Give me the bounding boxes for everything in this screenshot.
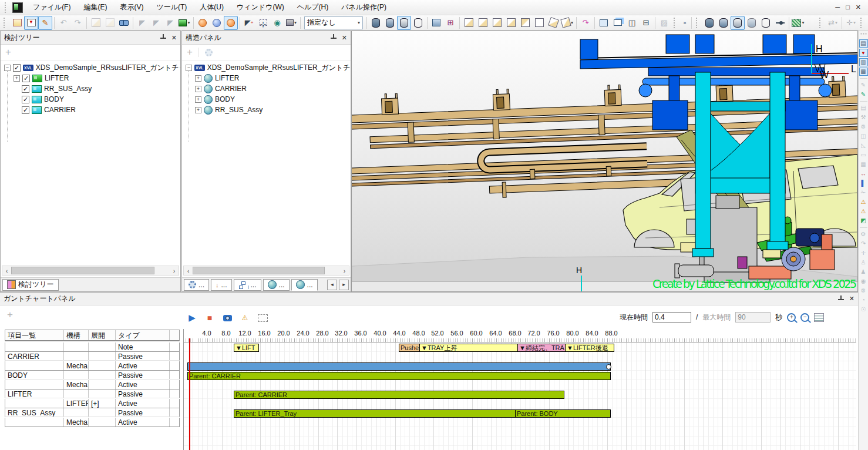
- view-top-button[interactable]: [518, 16, 532, 30]
- gantt-bar-rrsus-tray[interactable]: Parent: LIFTER_Tray: [234, 409, 517, 418]
- max-time-input[interactable]: [735, 312, 771, 323]
- warning-rail-button[interactable]: ⚠: [859, 198, 868, 206]
- dimension-rail-button[interactable]: ↔: [859, 170, 868, 178]
- panel-layout-rail-button[interactable]: ▤: [859, 39, 868, 48]
- select-mode-button[interactable]: ▾: [177, 16, 191, 30]
- note-marker[interactable]: Pushe: [399, 344, 421, 352]
- close-panel-icon[interactable]: ✕: [849, 295, 854, 303]
- view-bottom-button[interactable]: [532, 16, 546, 30]
- gantt-bar-lifter-passive[interactable]: Parent: CARRIER: [234, 391, 564, 399]
- table-row[interactable]: Mecha... Active: [5, 418, 180, 427]
- grab-rail-button[interactable]: ◉: [859, 277, 868, 286]
- tree-item-label[interactable]: RR_SUS_Assy: [44, 85, 92, 93]
- marquee-zoom-button[interactable]: ⊹: [256, 16, 270, 30]
- expand-icon[interactable]: +: [195, 75, 201, 82]
- time-cursor[interactable]: [189, 338, 190, 450]
- tree-item-label[interactable]: LIFTER: [215, 74, 239, 82]
- expand-icon[interactable]: +: [195, 107, 201, 113]
- view-back-button[interactable]: [476, 16, 490, 30]
- edit-note-button[interactable]: ✎: [38, 16, 52, 30]
- tree-row[interactable]: − XVL XDS_DemoSample_RRsusLIFTER_ガントチャート: [186, 62, 351, 73]
- tree-row[interactable]: + ✓ LIFTER: [14, 73, 69, 83]
- grid-visibility-button[interactable]: ⊞: [443, 16, 457, 30]
- table-row[interactable]: BODY Passive: [5, 370, 180, 380]
- timer-rail-button[interactable]: ◔: [859, 296, 868, 304]
- tree-row[interactable]: ✓ RR_SUS_Assy: [22, 83, 92, 94]
- column-header-items[interactable]: 項目一覧: [5, 330, 64, 340]
- tab-hierarchy[interactable]: ...: [234, 279, 261, 291]
- fit-view-button[interactable]: [597, 16, 611, 30]
- toolbar-grip[interactable]: [4, 18, 8, 28]
- toolbar-grip-3[interactable]: [696, 18, 700, 28]
- env-shading-hidden-button[interactable]: [745, 16, 759, 30]
- tree-item-label[interactable]: BODY: [44, 95, 64, 103]
- projection-button[interactable]: [429, 16, 443, 30]
- gantt-bar-body-passive[interactable]: Parent: CARRIER: [187, 372, 611, 380]
- tree-row[interactable]: ✓ BODY: [22, 94, 64, 105]
- human-pick-rail-button[interactable]: ♟: [859, 268, 868, 276]
- split-horizontal-button[interactable]: ⊟: [639, 16, 653, 30]
- gantt-chart[interactable]: 4.0 8.0 12.0 16.0 20.0 24.0 28.0 32.0 36…: [183, 329, 856, 450]
- toolbar-grip-5[interactable]: [860, 18, 864, 28]
- section-hatch-button[interactable]: ▾: [791, 16, 805, 30]
- tree-row[interactable]: ✓ CARRIER: [22, 105, 76, 115]
- point-snap-button[interactable]: [196, 16, 210, 30]
- env-shading-smooth-button[interactable]: [702, 16, 716, 30]
- column-header-mechanism[interactable]: 機構: [64, 330, 89, 340]
- table-rail-button[interactable]: ▤: [859, 104, 868, 112]
- view-right-button[interactable]: [504, 16, 518, 30]
- scroll-left-icon[interactable]: ‹: [184, 267, 193, 274]
- tab-scroll-left[interactable]: ◂: [327, 280, 337, 290]
- redo-button[interactable]: ↷: [70, 16, 85, 30]
- shading-smooth-button[interactable]: [369, 16, 383, 30]
- gantt-options-icon[interactable]: [814, 313, 824, 322]
- tab-env-2[interactable]: ...: [291, 279, 318, 291]
- measure-diagonal-rail-button[interactable]: ◺: [859, 142, 868, 150]
- midpoint-snap-button[interactable]: [210, 16, 224, 30]
- cascade-windows-button[interactable]: [611, 16, 625, 30]
- tree-panel-toggle-button[interactable]: ▼: [24, 16, 38, 30]
- stop-button[interactable]: ■: [203, 312, 217, 324]
- view-front-button[interactable]: [462, 16, 476, 30]
- table-row[interactable]: LIFTER Passive: [5, 389, 180, 398]
- center-snap-button[interactable]: [224, 16, 238, 30]
- gantt-bar-rrsus-body[interactable]: Parent: BODY: [515, 409, 611, 418]
- toolbar-grip-2[interactable]: [674, 18, 678, 28]
- structure-rail-button[interactable]: ▦: [859, 68, 868, 76]
- shading-flat-button[interactable]: [383, 16, 397, 30]
- env-shading-wire-button[interactable]: [759, 16, 773, 30]
- robot-rail-button[interactable]: ⚙: [859, 287, 868, 295]
- human-rail-button[interactable]: ♙: [859, 258, 868, 267]
- find-button[interactable]: [117, 16, 131, 30]
- collapse-icon[interactable]: −: [186, 65, 192, 71]
- distribute-button[interactable]: ⇄▾: [826, 16, 840, 30]
- tree-item-label[interactable]: CARRIER: [44, 106, 76, 114]
- toolbar-grip-4[interactable]: [819, 18, 823, 28]
- table-row[interactable]: RR_SUS_Assy Passive: [5, 408, 180, 417]
- walkthrough-button[interactable]: ↷: [578, 16, 593, 30]
- bookshelf-rail-button[interactable]: ▌: [859, 179, 868, 187]
- shading-wireframe-button[interactable]: [411, 16, 425, 30]
- copy-layers-rail-button[interactable]: ◫: [859, 132, 868, 140]
- expand-icon[interactable]: +: [14, 75, 20, 82]
- menu-human[interactable]: 人体(U): [193, 0, 230, 15]
- table-row[interactable]: Mecha... Active: [5, 361, 180, 371]
- gantt-bar-carrier-active[interactable]: [187, 362, 611, 371]
- ruler-rail-button[interactable]: ▭: [859, 151, 868, 159]
- wrench-rail-button[interactable]: ⚒: [859, 113, 868, 122]
- zoom-out-icon[interactable]: −: [800, 313, 809, 322]
- export-image-button[interactable]: ▨: [657, 16, 671, 30]
- table-row[interactable]: CARRIER Passive: [5, 351, 180, 361]
- tab-study-tree[interactable]: 検討ツリー: [2, 279, 59, 291]
- scroll-right-icon[interactable]: ›: [340, 267, 349, 274]
- tree-item-label[interactable]: CARRIER: [215, 85, 247, 93]
- view-custom-button[interactable]: ▾: [560, 16, 574, 30]
- scrollbar-thumb[interactable]: [11, 267, 154, 274]
- tree-item-label[interactable]: RR_SUS_Assy: [215, 106, 263, 114]
- menubar-grip[interactable]: [5, 2, 9, 13]
- tab-import[interactable]: ↓...: [211, 279, 232, 291]
- table-row[interactable]: Mecha... Active: [5, 380, 180, 389]
- current-time-input[interactable]: [652, 312, 691, 323]
- horizontal-scrollbar[interactable]: ‹ ›: [2, 266, 179, 276]
- panel-layout-button[interactable]: [10, 16, 24, 30]
